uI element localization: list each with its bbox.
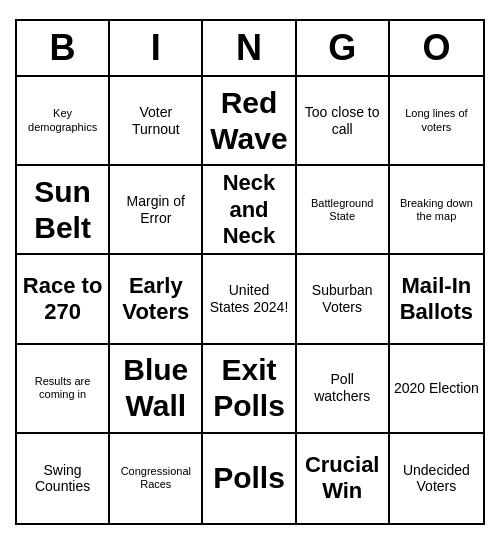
bingo-cell-5: Sun Belt: [17, 166, 110, 255]
cell-text-14: Mail-In Ballots: [394, 273, 479, 326]
bingo-cell-1: Voter Turnout: [110, 77, 203, 166]
cell-text-5: Sun Belt: [21, 174, 104, 246]
bingo-cell-0: Key demographics: [17, 77, 110, 166]
bingo-cell-11: Early Voters: [110, 255, 203, 344]
cell-text-23: Crucial Win: [301, 452, 384, 505]
bingo-cell-2: Red Wave: [203, 77, 296, 166]
bingo-cell-18: Poll watchers: [297, 345, 390, 434]
header-letter-g: G: [297, 21, 390, 75]
bingo-cell-17: Exit Polls: [203, 345, 296, 434]
cell-text-22: Polls: [213, 460, 285, 496]
cell-text-15: Results are coming in: [21, 375, 104, 401]
bingo-cell-19: 2020 Election: [390, 345, 483, 434]
cell-text-9: Breaking down the map: [394, 197, 479, 223]
cell-text-8: Battleground State: [301, 197, 384, 223]
cell-text-24: Undecided Voters: [394, 462, 479, 496]
cell-text-21: Congressional Races: [114, 465, 197, 491]
header-letter-b: B: [17, 21, 110, 75]
bingo-cell-21: Congressional Races: [110, 434, 203, 523]
header-letter-i: I: [110, 21, 203, 75]
cell-text-2: Red Wave: [207, 85, 290, 157]
bingo-cell-23: Crucial Win: [297, 434, 390, 523]
cell-text-18: Poll watchers: [301, 371, 384, 405]
cell-text-12: United States 2024!: [207, 282, 290, 316]
bingo-card: BINGO Key demographicsVoter TurnoutRed W…: [15, 19, 485, 525]
cell-text-7: Neck and Neck: [207, 170, 290, 249]
bingo-cell-3: Too close to call: [297, 77, 390, 166]
bingo-cell-4: Long lines of voters: [390, 77, 483, 166]
bingo-cell-7: Neck and Neck: [203, 166, 296, 255]
bingo-cell-14: Mail-In Ballots: [390, 255, 483, 344]
bingo-cell-15: Results are coming in: [17, 345, 110, 434]
bingo-cell-10: Race to 270: [17, 255, 110, 344]
cell-text-10: Race to 270: [21, 273, 104, 326]
cell-text-11: Early Voters: [114, 273, 197, 326]
bingo-cell-24: Undecided Voters: [390, 434, 483, 523]
bingo-cell-22: Polls: [203, 434, 296, 523]
header-letter-n: N: [203, 21, 296, 75]
cell-text-20: Swing Counties: [21, 462, 104, 496]
header-letter-o: O: [390, 21, 483, 75]
bingo-cell-8: Battleground State: [297, 166, 390, 255]
bingo-grid: Key demographicsVoter TurnoutRed WaveToo…: [17, 77, 483, 523]
bingo-cell-13: Suburban Voters: [297, 255, 390, 344]
cell-text-17: Exit Polls: [207, 352, 290, 424]
bingo-cell-6: Margin of Error: [110, 166, 203, 255]
cell-text-4: Long lines of voters: [394, 107, 479, 133]
cell-text-19: 2020 Election: [394, 380, 479, 397]
bingo-cell-16: Blue Wall: [110, 345, 203, 434]
cell-text-13: Suburban Voters: [301, 282, 384, 316]
cell-text-1: Voter Turnout: [114, 104, 197, 138]
cell-text-0: Key demographics: [21, 107, 104, 133]
cell-text-6: Margin of Error: [114, 193, 197, 227]
bingo-cell-12: United States 2024!: [203, 255, 296, 344]
cell-text-3: Too close to call: [301, 104, 384, 138]
bingo-cell-20: Swing Counties: [17, 434, 110, 523]
bingo-cell-9: Breaking down the map: [390, 166, 483, 255]
cell-text-16: Blue Wall: [114, 352, 197, 424]
bingo-header: BINGO: [17, 21, 483, 77]
